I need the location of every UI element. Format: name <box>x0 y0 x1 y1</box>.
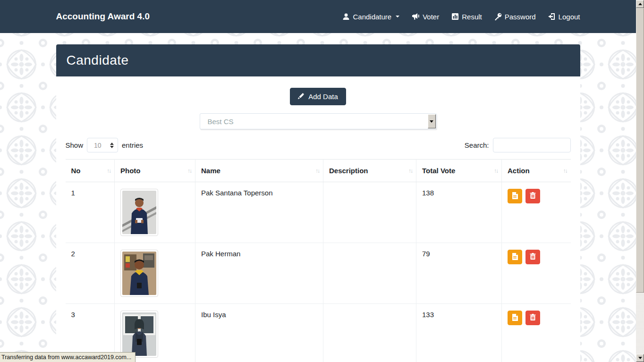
scrollbar-down-button[interactable] <box>636 354 644 362</box>
dropdown-arrow-icon <box>430 120 433 123</box>
scrollbar-track[interactable] <box>636 293 644 354</box>
column-header-no[interactable]: No↑↓ <box>66 160 115 182</box>
candidate-photo <box>120 189 158 236</box>
browser-viewport: Accounting Award 4.0 Candidature Voter <box>0 0 644 362</box>
delete-button[interactable] <box>525 250 540 264</box>
trash-icon <box>530 314 536 322</box>
pencil-icon <box>298 93 305 101</box>
file-edit-icon <box>512 192 518 201</box>
cell-total-vote: 79 <box>416 243 502 304</box>
table-row: 1 <box>66 182 571 243</box>
cell-total-vote: 138 <box>416 182 502 243</box>
sort-icon: ↑↓ <box>494 168 498 174</box>
nav-item-password[interactable]: Password <box>494 13 536 21</box>
column-header-description[interactable]: Description↑↓ <box>323 160 416 182</box>
nav-item-label: Result <box>462 13 482 21</box>
nav-item-voter[interactable]: Voter <box>412 13 439 21</box>
candidate-panel: Candidate Add Data Best CS <box>56 44 580 362</box>
column-header-name[interactable]: Name↑↓ <box>195 160 323 182</box>
nav-item-label: Logout <box>559 13 580 21</box>
web-page: Accounting Award 4.0 Candidature Voter <box>0 0 636 362</box>
select-dropdown-button[interactable] <box>428 114 436 128</box>
nav-item-label: Candidature <box>353 13 391 21</box>
scroll-down-arrow-icon <box>638 357 642 359</box>
nav-item-result[interactable]: Result <box>451 13 482 21</box>
add-data-button[interactable]: Add Data <box>290 88 346 105</box>
category-select-value: Best CS <box>208 118 234 126</box>
cell-action <box>502 243 571 304</box>
sort-icon: ↑↓ <box>408 168 412 174</box>
key-icon <box>494 13 502 20</box>
delete-button[interactable] <box>525 189 540 203</box>
nav-item-label: Password <box>505 13 536 21</box>
trash-icon <box>530 192 536 200</box>
add-data-label: Add Data <box>308 93 338 101</box>
browser-scrollbar[interactable] <box>636 0 644 362</box>
sign-out-icon <box>548 13 556 20</box>
scrollbar-thumb[interactable] <box>636 8 644 293</box>
category-select[interactable]: Best CS <box>200 113 437 129</box>
chevron-down-icon <box>396 16 399 17</box>
nav-item-label: Voter <box>423 13 439 21</box>
candidates-table: No↑↓ Photo↑↓ Name↑↓ Description↑↓ Total … <box>66 159 571 362</box>
nav-item-logout[interactable]: Logout <box>548 13 580 21</box>
user-icon <box>342 13 350 20</box>
scroll-up-arrow-icon <box>638 3 642 5</box>
nav-item-candidature[interactable]: Candidature <box>342 13 399 21</box>
delete-button[interactable] <box>525 311 540 325</box>
sort-icon: ↑↓ <box>315 168 319 174</box>
sort-icon: ↑↓ <box>187 168 191 174</box>
spinner-arrows-icon <box>110 143 114 148</box>
cell-description <box>323 304 416 362</box>
page-length-select[interactable]: 10 <box>87 138 118 152</box>
table-header-row: No↑↓ Photo↑↓ Name↑↓ Description↑↓ Total … <box>66 160 571 182</box>
cell-action <box>502 182 571 243</box>
top-navbar: Accounting Award 4.0 Candidature Voter <box>0 0 636 33</box>
cell-photo <box>115 182 195 243</box>
cell-name: Pak Santana Toperson <box>195 182 323 243</box>
browser-status-bar: Transferring data from www.accaward2019.… <box>0 352 136 362</box>
show-label: Show <box>66 141 84 149</box>
cell-no: 2 <box>66 243 115 304</box>
cell-description <box>323 182 416 243</box>
candidate-photo <box>120 250 158 297</box>
candidate-photo <box>120 311 158 358</box>
page-length-value: 10 <box>94 142 102 149</box>
page-title: Candidate <box>67 53 129 68</box>
trash-icon <box>530 253 536 261</box>
edit-button[interactable] <box>508 311 522 325</box>
cell-no: 1 <box>66 182 115 243</box>
cell-action <box>502 304 571 362</box>
sort-icon: ↑↓ <box>563 168 567 174</box>
cell-photo <box>115 243 195 304</box>
table-row: 3 <box>66 304 571 362</box>
page-length-control: Show 10 entries <box>66 138 144 152</box>
column-header-total-vote[interactable]: Total Vote↑↓ <box>416 160 502 182</box>
search-input[interactable] <box>493 138 571 152</box>
table-row: 2 <box>66 243 571 304</box>
sort-icon: ↑↓ <box>107 168 110 174</box>
search-control: Search: <box>465 138 571 152</box>
cell-name: Ibu Isya <box>195 304 323 362</box>
cell-description <box>323 243 416 304</box>
navbar-menu: Candidature Voter Result <box>342 13 580 21</box>
entries-label: entries <box>122 141 143 149</box>
file-edit-icon <box>512 253 518 261</box>
file-edit-icon <box>512 314 518 322</box>
panel-header: Candidate <box>56 44 580 76</box>
edit-button[interactable] <box>508 250 522 264</box>
column-header-photo[interactable]: Photo↑↓ <box>115 160 195 182</box>
column-header-action[interactable]: Action↑↓ <box>502 160 571 182</box>
bar-chart-icon <box>451 13 459 20</box>
panel-body: Add Data Best CS Show 10 <box>56 76 580 362</box>
bullhorn-icon <box>412 13 420 20</box>
search-label: Search: <box>465 141 489 149</box>
cell-name: Pak Herman <box>195 243 323 304</box>
navbar-brand[interactable]: Accounting Award 4.0 <box>56 11 150 22</box>
cell-total-vote: 133 <box>416 304 502 362</box>
scrollbar-up-button[interactable] <box>636 0 644 8</box>
edit-button[interactable] <box>508 189 522 203</box>
